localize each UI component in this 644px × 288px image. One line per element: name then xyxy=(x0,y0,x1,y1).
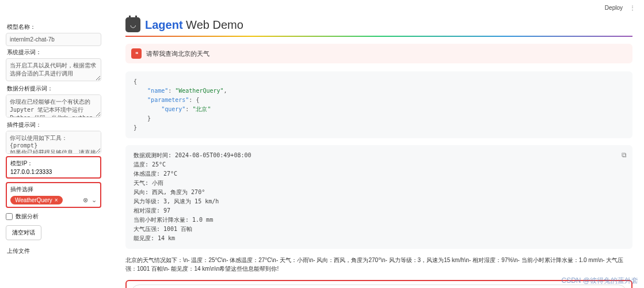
upload-label: 上传文件 xyxy=(7,247,101,255)
clear-all-icon[interactable]: ⊗ xyxy=(83,196,88,204)
da-checkbox[interactable] xyxy=(6,213,13,220)
tool-call-code: { "name": "WeatherQuery", "parameters": … xyxy=(125,71,632,138)
res-line: 风向: 西风, 角度为 270° xyxy=(134,188,624,197)
chevron-down-icon[interactable]: ⌄ xyxy=(92,196,97,204)
res-line: 风力等级: 3, 风速为 15 km/h xyxy=(134,197,624,206)
da-prompt-textarea[interactable]: 你现在已经能够在一个有状态的 Jupyter 笔记本环境中运行 Python 代… xyxy=(6,94,101,118)
chat-input-container: ➤ xyxy=(125,280,632,288)
res-line: 数据观测时间: 2024-08-05T00:49+08:00 xyxy=(134,151,624,160)
plugin-tag[interactable]: WeatherQuery × xyxy=(10,196,63,204)
res-line: 能见度: 14 km xyxy=(134,234,624,243)
res-line: 温度: 25°C xyxy=(134,160,624,169)
user-message: ❝ 请帮我查询北京的天气 xyxy=(125,44,632,63)
plugin-tag-remove-icon[interactable]: × xyxy=(55,197,58,203)
model-name-label: 模型名称： xyxy=(7,23,101,31)
sidebar: 模型名称： 系统提示词： 当开启工具以及代码时，根据需求选择合适的工具进行调用 … xyxy=(0,0,108,288)
model-ip-box: 模型IP： xyxy=(6,156,101,179)
clear-chat-button[interactable]: 清空对话 xyxy=(6,225,41,240)
plugin-select-box: 插件选择 WeatherQuery × ⊗ ⌄ xyxy=(6,182,101,208)
model-ip-input[interactable] xyxy=(10,169,97,175)
main-panel: ◡ Lagent Web Demo ❝ 请帮我查询北京的天气 { "name":… xyxy=(108,0,644,288)
res-line: 大气压强: 1001 百帕 xyxy=(134,225,624,234)
watermark: CSDN @彼得兔的蓝外套 xyxy=(561,276,638,286)
system-prompt-label: 系统提示词： xyxy=(7,48,101,56)
quote-icon: ❝ xyxy=(131,48,142,59)
plugin-prompt-textarea[interactable]: 你可以使用如下工具： {prompt} 如果你已经获得足够信息，请直接给出答案.… xyxy=(6,131,101,154)
tool-result-block: ⧉ 数据观测时间: 2024-08-05T00:49+08:00 温度: 25°… xyxy=(125,145,632,249)
da-checkbox-label: 数据分析 xyxy=(16,213,39,221)
da-prompt-label: 数据分析提示词： xyxy=(7,85,101,93)
plugin-prompt-label: 插件提示词： xyxy=(7,121,101,129)
res-line: 天气: 小雨 xyxy=(134,179,624,188)
plugin-select-label: 插件选择 xyxy=(10,185,97,194)
robot-icon: ◡ xyxy=(125,17,140,32)
res-line: 体感温度: 27°C xyxy=(134,169,624,179)
model-ip-label: 模型IP： xyxy=(10,160,97,168)
res-line: 当前小时累计降水量: 1.0 mm xyxy=(134,215,624,225)
copy-icon[interactable]: ⧉ xyxy=(622,150,627,161)
page-title: Lagent Web Demo xyxy=(145,18,243,32)
plugin-tag-label: WeatherQuery xyxy=(15,197,52,203)
user-message-text: 请帮我查询北京的天气 xyxy=(146,50,209,58)
system-prompt-textarea[interactable]: 当开启工具以及代码时，根据需求选择合适的工具进行调用 xyxy=(6,58,101,81)
res-line: 相对湿度: 97 xyxy=(134,206,624,215)
model-name-input[interactable] xyxy=(6,33,101,46)
assistant-summary: 北京的天气情况如下：\n- 温度：25°C\n- 体感温度：27°C\n- 天气… xyxy=(125,256,632,273)
divider xyxy=(125,36,632,37)
